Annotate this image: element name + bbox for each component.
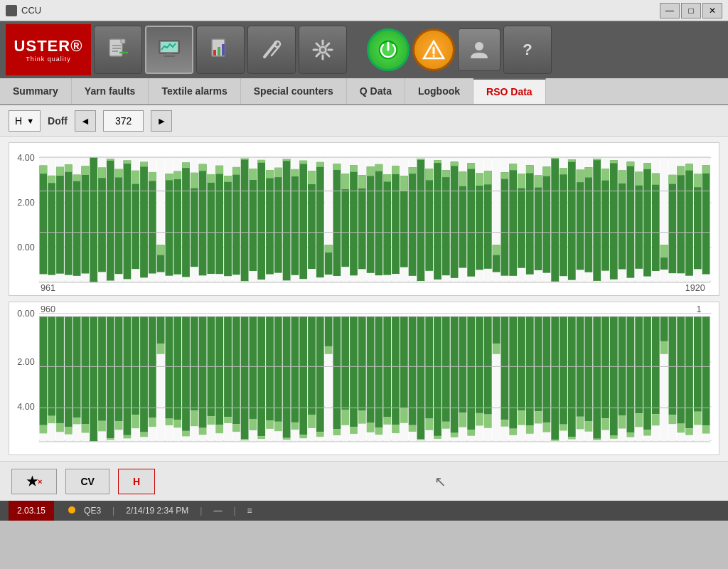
h-dropdown[interactable]: H ▼ [9,110,41,132]
svg-rect-13 [218,47,220,55]
cv-button[interactable]: CV [65,469,109,494]
next-doff-button[interactable]: ► [151,110,172,132]
svg-line-27 [316,53,319,56]
svg-rect-9 [166,53,172,55]
tab-yarn-faults[interactable]: Yarn faults [72,78,149,104]
svg-rect-2 [121,39,125,43]
tools-button[interactable] [247,26,296,74]
settings-button[interactable] [299,26,347,74]
svg-rect-12 [213,50,216,55]
file-button[interactable] [94,26,142,74]
status-dot [68,506,78,516]
dropdown-arrow-icon: ▼ [26,117,34,125]
svg-rect-10 [164,55,175,57]
charts-area: 4.00 2.00 0.00 961 1920 0.00 2.00 4.00 [0,137,728,461]
status-bar: 2.03.15 QE3 | 2/14/19 2:34 PM | — | ≡ [0,501,728,521]
svg-rect-0 [109,39,122,56]
tab-summary[interactable]: Summary [0,78,72,104]
chart-bottom: 0.00 2.00 4.00 960 1 [9,302,719,455]
tab-logbook[interactable]: Logbook [405,78,473,104]
datetime-text: 2/14/19 2:34 PM [126,506,188,516]
version-label: 2.03.15 [9,501,54,521]
dropdown-value: H [15,115,22,127]
status-text: QE3 [84,506,101,516]
bottom-bar: ★× CV H ↖ [0,461,728,501]
tab-special-counters[interactable]: Special counters [241,78,347,104]
toolbar: USTER® Think quality ? [0,21,728,78]
doff-number: 372 [103,110,144,132]
menu-icon[interactable]: ≡ [247,506,252,516]
sep1: | [112,506,114,516]
window-controls: — □ ✕ [660,3,722,18]
minimize-button[interactable]: — [660,3,680,18]
tab-bar: Summary Yarn faults Textile alarms Speci… [0,78,728,105]
alert-button[interactable] [412,28,455,71]
main-content: H ▼ Doff ◄ 372 ► 4.00 2.00 0.00 961 1920 [0,105,728,501]
sep2: | [200,506,202,516]
svg-line-26 [326,43,329,46]
tagline: Think quality [26,55,71,63]
prev-doff-button[interactable]: ◄ [75,110,96,132]
tab-textile-alarms[interactable]: Textile alarms [149,78,240,104]
close-button[interactable]: ✕ [702,3,722,18]
svg-point-19 [321,48,325,52]
svg-rect-14 [222,44,225,55]
brand-name: USTER® [14,37,83,55]
svg-line-25 [326,53,329,56]
title-bar-left: CCU [6,5,41,16]
sep4: | [233,506,235,516]
star-button[interactable]: ★× [11,469,57,494]
svg-line-24 [316,43,319,46]
app-icon [6,5,17,16]
tab-q-data[interactable]: Q Data [347,78,405,104]
report-button[interactable] [196,26,245,74]
chart-top: 4.00 2.00 0.00 961 1920 [9,142,719,296]
logo: USTER® Think quality [6,24,91,75]
monitor-button[interactable] [145,26,193,74]
h-button[interactable]: H [118,469,155,494]
help-button[interactable]: ? [503,26,552,74]
maximize-button[interactable]: □ [681,3,701,18]
svg-point-33 [475,42,483,50]
help-icon: ? [523,41,532,59]
svg-point-16 [274,41,280,47]
star-icon: ★ [26,474,38,489]
user-button[interactable] [458,28,500,71]
power-button[interactable] [367,28,410,71]
title-bar: CCU — □ ✕ [0,0,728,21]
cursor-indicator: ↖ [434,473,446,490]
controls-row: H ▼ Doff ◄ 372 ► [0,105,728,137]
app-title: CCU [21,5,41,16]
svg-point-32 [433,55,435,57]
tab-rso-data[interactable]: RSO Data [473,78,546,104]
sep3-dash: — [213,506,222,516]
doff-label: Doff [48,115,68,127]
